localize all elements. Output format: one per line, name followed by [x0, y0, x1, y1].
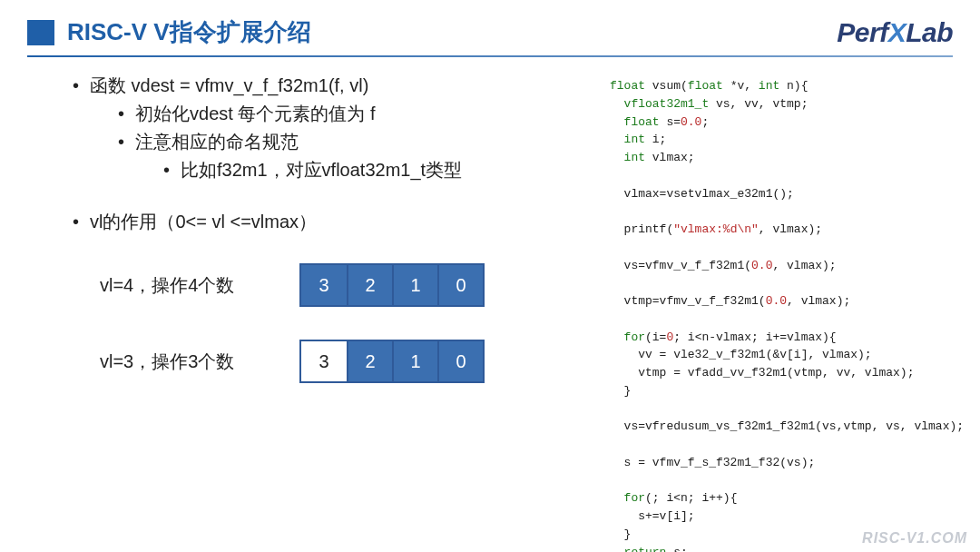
cell: 1	[392, 265, 437, 305]
cell: 0	[437, 341, 483, 381]
right-column: float vsum(float *v, int n){ vfloat32m1_…	[590, 74, 953, 552]
bullet-1b1-text: 比如f32m1，对应vfloat32m1_t类型	[181, 160, 462, 180]
title-accent-bar	[27, 20, 54, 45]
diagram-2-cells: 3 2 1 0	[299, 340, 485, 383]
diagram-2-label: vl=3，操作3个数	[100, 350, 299, 374]
code-block: float vsum(float *v, int n){ vfloat32m1_…	[610, 77, 953, 552]
logo-perf: Perf	[837, 17, 887, 47]
left-column: •函数 vdest = vfmv_v_f_f32m1(f, vl) •初始化vd…	[27, 74, 590, 552]
bullet-2: •vl的作用（0<= vl <=vlmax）	[27, 210, 590, 234]
cell: 1	[392, 341, 437, 381]
bullet-1-text: 函数 vdest = vfmv_v_f_f32m1(f, vl)	[90, 75, 368, 95]
title-wrap: RISC-V V指令扩展介绍	[27, 16, 311, 48]
logo-lab: Lab	[906, 17, 953, 47]
cell: 3	[301, 265, 347, 305]
slide-header: RISC-V V指令扩展介绍 PerfXLab	[0, 0, 980, 55]
cell-empty: 3	[301, 341, 347, 381]
diagram-1-cells: 3 2 1 0	[299, 263, 485, 307]
cell: 2	[347, 265, 392, 305]
watermark: RISC-V1.COM	[862, 530, 967, 547]
header-divider	[27, 55, 953, 57]
bullet-1b1: •比如f32m1，对应vfloat32m1_t类型	[27, 158, 590, 182]
diagram-row-2: vl=3，操作3个数 3 2 1 0	[27, 340, 590, 383]
brand-logo: PerfXLab	[837, 17, 953, 48]
bullet-1a-text: 初始化vdest 每个元素的值为 f	[135, 104, 375, 123]
bullet-1a: •初始化vdest 每个元素的值为 f	[27, 102, 590, 126]
slide-title: RISC-V V指令扩展介绍	[67, 16, 311, 48]
slide-content: •函数 vdest = vfmv_v_f_f32m1(f, vl) •初始化vd…	[0, 74, 980, 552]
bullet-1: •函数 vdest = vfmv_v_f_f32m1(f, vl)	[27, 74, 590, 98]
cell: 2	[347, 341, 392, 381]
diagram-row-1: vl=4，操作4个数 3 2 1 0	[27, 263, 590, 307]
bullet-1b-text: 注意相应的命名规范	[135, 132, 299, 152]
bullet-1b: •注意相应的命名规范	[27, 130, 590, 154]
bullet-2-text: vl的作用（0<= vl <=vlmax）	[90, 212, 317, 232]
logo-x: X	[888, 17, 906, 47]
cell: 0	[437, 265, 483, 305]
diagram-1-label: vl=4，操作4个数	[100, 273, 299, 298]
